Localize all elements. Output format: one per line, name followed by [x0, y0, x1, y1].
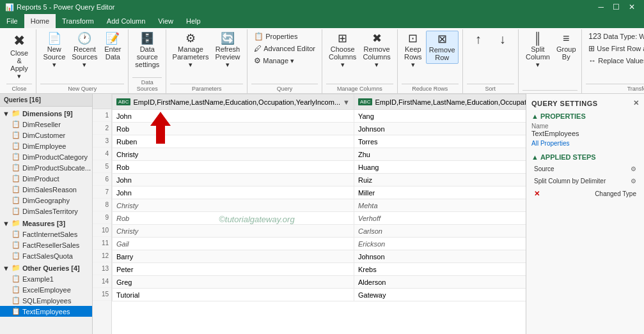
query-icon: 📋: [12, 153, 20, 161]
sidebar-item-dimemployee[interactable]: 📋 DimEmployee: [0, 140, 92, 151]
minimize-button[interactable]: ─: [594, 3, 608, 11]
sidebar-item-dimproductsubcate[interactable]: 📋 DimProductSubcate...: [0, 162, 92, 173]
sidebar-item-dimsalesterritory[interactable]: 📋 DimSalesTerritory: [0, 206, 92, 216]
query-icon: 📋: [12, 296, 20, 305]
manage-parameters-button[interactable]: ⚙ ManageParameters ▾: [170, 31, 210, 71]
enter-data-button[interactable]: 📝 EnterData: [101, 31, 124, 63]
query-icon: 📋: [12, 285, 20, 294]
row-num-3: 3: [93, 135, 111, 148]
menu-view[interactable]: View: [152, 14, 180, 28]
step-source[interactable]: Source ⚙: [531, 163, 639, 174]
choose-columns-button[interactable]: ⊞ ChooseColumns ▾: [326, 31, 359, 71]
row-num-6: 6: [93, 173, 111, 186]
cell-13-1: Peter: [113, 263, 354, 276]
maximize-button[interactable]: ☐: [609, 3, 624, 11]
sidebar-item-factresellersales[interactable]: 📋 FactResellerSales: [0, 239, 92, 250]
properties-icon: 📋: [254, 32, 263, 41]
menu-home[interactable]: Home: [24, 14, 56, 28]
cell-3-2: Torres: [354, 135, 526, 148]
sidebar-item-dimgeography[interactable]: 📋 DimGeography: [0, 195, 92, 206]
replace-values-icon: ↔: [588, 56, 596, 65]
close-apply-button[interactable]: ✖ Close &Apply ▾: [6, 31, 32, 82]
split-column-button[interactable]: ║ SplitColumn ▾: [522, 31, 553, 71]
step-changed-type[interactable]: ✕ Changed Type: [531, 188, 639, 200]
ribbon-group-reduce-rows: ⊡ KeepRows ▾ ⊠ Remove Row Reduce Rows: [398, 29, 463, 93]
query-icon: 📋: [12, 163, 20, 172]
sidebar-item-textemployees[interactable]: 📋 TextEmployees: [0, 306, 92, 317]
sidebar-item-sqlemployees[interactable]: 📋 SQLEmployees: [0, 295, 92, 306]
parameters-group-label: Parameters: [170, 84, 243, 92]
ribbon-group-sort: ↑ ↓ Sort: [463, 29, 519, 93]
query-icon: 📋: [12, 174, 20, 183]
menu-help[interactable]: Help: [180, 14, 207, 28]
table-row: Rob Huang: [113, 161, 526, 174]
table-row: Peter Krebs: [113, 263, 526, 276]
dimensions-group-label[interactable]: ▼ 📁 Dimensions [9]: [0, 108, 92, 119]
col-filter-icon-1[interactable]: ▼: [343, 98, 350, 106]
cell-9-2: Verhoff: [354, 212, 526, 225]
advanced-editor-icon: 🖊: [254, 44, 262, 53]
keep-rows-button[interactable]: ⊡ KeepRows ▾: [402, 31, 425, 71]
applied-steps-chevron: ▲: [531, 153, 538, 161]
new-source-button[interactable]: 📄 NewSource ▾: [40, 31, 68, 71]
sidebar-item-dimproduct[interactable]: 📋 DimProduct: [0, 173, 92, 184]
step-split-gear[interactable]: ⚙: [631, 178, 636, 185]
dimensions-group: ▼ 📁 Dimensions [9] 📋 DimReseller 📋 DimCu…: [0, 108, 92, 216]
manage-params-label: ManageParameters ▾: [173, 45, 209, 69]
col-header-1[interactable]: ABC EmpID,FirstName,LastName,Education,O…: [113, 95, 354, 110]
close-button[interactable]: ✕: [625, 3, 639, 11]
cell-10-2: Carlson: [354, 225, 526, 238]
first-row-header-button[interactable]: ⊞ Use First Row as Headers ▾: [586, 43, 644, 54]
group-by-button[interactable]: ≡ GroupBy: [554, 31, 577, 63]
query-icon: 📋: [12, 252, 20, 260]
query-settings-close[interactable]: ✕: [633, 99, 640, 107]
sidebar-item-factinternetsales[interactable]: 📋 FactInternetSales: [0, 229, 92, 239]
query-settings-label: QUERY SETTINGS: [531, 100, 598, 107]
manage-params-icon: ⚙: [185, 33, 196, 44]
menu-file[interactable]: File: [0, 14, 24, 28]
step-split-column[interactable]: Split Column by Delimiter ⚙: [531, 176, 639, 186]
sidebar-item-dimreseller[interactable]: 📋 DimReseller: [0, 119, 92, 130]
properties-button[interactable]: 📋 Properties: [251, 31, 318, 42]
sort-desc-button[interactable]: ↓: [491, 31, 514, 47]
menu-add-column[interactable]: Add Column: [100, 14, 152, 28]
sidebar-item-example1[interactable]: 📋 Example1: [0, 273, 92, 284]
step-source-gear[interactable]: ⚙: [631, 165, 636, 172]
query-icon: 📋: [12, 131, 20, 139]
table-row: John Yang: [113, 110, 526, 123]
dimensions-chevron: ▼: [3, 110, 10, 118]
measures-group-label[interactable]: ▼ 📁 Measures [3]: [0, 218, 92, 229]
data-source-settings-button[interactable]: 🗄️ Data sourcesettings: [132, 31, 162, 70]
query-icon: 📋: [12, 185, 20, 194]
remove-rows-button[interactable]: ⊠ Remove Row: [426, 31, 459, 64]
other-chevron: ▼: [3, 264, 10, 272]
recent-sources-button[interactable]: 🕐 RecentSources ▾: [70, 31, 100, 71]
sidebar-item-factsalesquota[interactable]: 📋 FactSalesQuota: [0, 250, 92, 261]
sidebar-item-dimcustomer[interactable]: 📋 DimCustomer: [0, 130, 92, 140]
choose-columns-label: ChooseColumns ▾: [329, 45, 356, 69]
applied-steps-title: ▲ APPLIED STEPS: [531, 153, 639, 161]
remove-columns-button[interactable]: ✖ RemoveColumns ▾: [360, 31, 393, 71]
data-type-button[interactable]: 123 Data Type: Whole Number ▾: [586, 31, 644, 42]
manage-button[interactable]: ⚙ Manage ▾: [251, 55, 318, 66]
sidebar-item-excelemployee[interactable]: 📋 ExcelEmployee: [0, 284, 92, 295]
table-row: Ruben Torres: [113, 135, 526, 148]
refresh-preview-button[interactable]: 🔄 RefreshPreview ▾: [212, 31, 244, 71]
dimensions-label: Dimensions [9]: [22, 110, 73, 118]
ribbon-group-query: 📋 Properties 🖊 Advanced Editor ⚙ Manage …: [247, 29, 322, 93]
title-bar-controls[interactable]: ─ ☐ ✕: [594, 3, 639, 11]
cell-4-1: Christy: [113, 148, 354, 161]
sidebar-item-dimsalesreason[interactable]: 📋 DimSalesReason: [0, 184, 92, 195]
replace-values-button[interactable]: ↔ Replace Values: [586, 55, 644, 66]
all-properties-link[interactable]: All Properties: [531, 140, 639, 147]
col-header-2[interactable]: ABC EmpID,FirstName,LastName,Education,O…: [354, 95, 526, 110]
sidebar-item-dimproductcategory[interactable]: 📋 DimProductCategory: [0, 151, 92, 162]
query-icon: 📋: [12, 142, 20, 150]
new-source-icon: 📄: [47, 33, 61, 44]
advanced-editor-button[interactable]: 🖊 Advanced Editor: [251, 43, 318, 54]
other-queries-group-label[interactable]: ▼ 📁 Other Queries [4]: [0, 262, 92, 273]
step-changed-x[interactable]: ✕: [534, 190, 540, 198]
menu-transform[interactable]: Transform: [56, 14, 100, 28]
sort-asc-button[interactable]: ↑: [467, 31, 490, 47]
sort-desc-icon: ↓: [499, 33, 506, 45]
